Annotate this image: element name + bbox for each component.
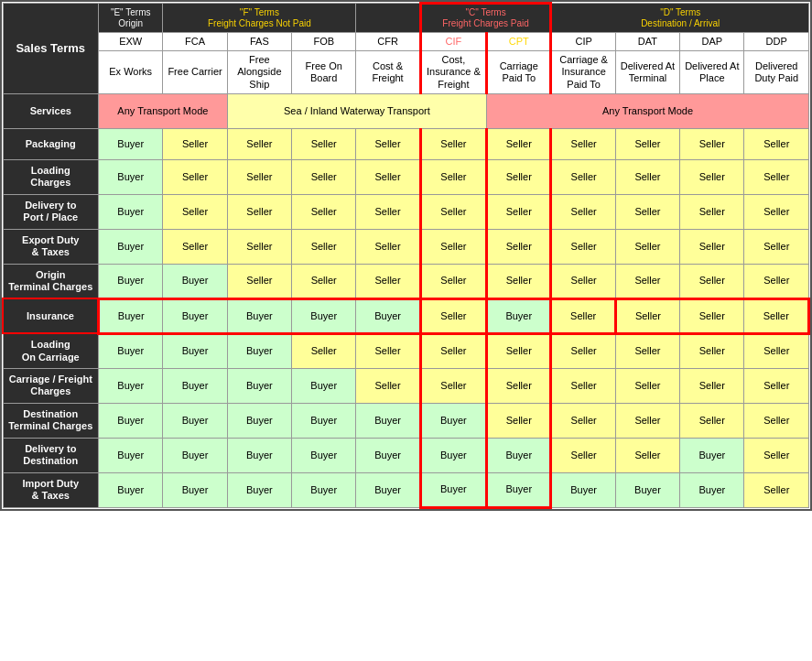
ed-cfr: Seller (356, 229, 420, 264)
packaging-row: Packaging Buyer Seller Seller Seller Sel… (3, 128, 809, 159)
sales-terms-header: Sales Terms (3, 4, 99, 94)
dt-fob: Buyer (292, 403, 356, 438)
lc-dap: Seller (680, 159, 744, 194)
dp-cif: Seller (420, 194, 486, 229)
label-insurance: Insurance (3, 298, 99, 333)
header-desc-row: Ex Works Free Carrier Free Alongside Shi… (3, 51, 809, 94)
ed-cif: Seller (420, 229, 486, 264)
loc-fca: Buyer (163, 333, 227, 368)
ot-fas: Seller (227, 264, 291, 298)
label-delivery-dest: Delivery toDestination (3, 438, 99, 472)
desc-ddp: Delivered Duty Paid (744, 51, 809, 94)
ot-dap: Seller (680, 264, 744, 298)
dp-fob: Seller (292, 194, 356, 229)
services-row: Services Any Transport Mode Sea / Inland… (3, 93, 809, 128)
e-terms-header: "E" TermsOrigin (99, 4, 163, 33)
id-exw: Buyer (99, 472, 163, 507)
id-fob: Buyer (292, 472, 356, 507)
dt-cfr: Buyer (356, 403, 420, 438)
lc-cpt: Seller (487, 159, 551, 194)
code-fob: FOB (292, 33, 356, 51)
label-loading-charges: LoadingCharges (3, 159, 99, 194)
ed-exw: Buyer (99, 229, 163, 264)
label-services: Services (3, 93, 99, 128)
dt-fas: Buyer (227, 403, 291, 438)
ed-dap: Seller (680, 229, 744, 264)
dd-cip: Seller (551, 438, 615, 472)
desc-exw: Ex Works (99, 51, 163, 94)
services-any-2: Any Transport Mode (487, 93, 809, 128)
label-export-duty: Export Duty& Taxes (3, 229, 99, 264)
ins-dap: Seller (680, 298, 744, 333)
ot-ddp: Seller (744, 264, 809, 298)
ins-fob: Buyer (292, 298, 356, 333)
code-exw: EXW (99, 33, 163, 51)
pkg-fca: Seller (163, 128, 227, 159)
label-packaging: Packaging (3, 128, 99, 159)
loc-cfr: Seller (356, 333, 420, 368)
loc-dat: Seller (615, 333, 679, 368)
dt-dap: Seller (680, 403, 744, 438)
ed-dat: Seller (615, 229, 679, 264)
label-import-duty: Import Duty& Taxes (3, 472, 99, 507)
desc-dat: Delivered At Terminal (615, 51, 679, 94)
dd-dap: Buyer (680, 438, 744, 472)
dt-dat: Seller (615, 403, 679, 438)
ot-cif: Seller (420, 264, 486, 298)
export-duty-row: Export Duty& Taxes Buyer Seller Seller S… (3, 229, 809, 264)
dd-fca: Buyer (163, 438, 227, 472)
fc-dat: Seller (615, 368, 679, 403)
desc-cif: Cost, Insurance & Freight (420, 51, 486, 94)
id-cfr: Buyer (356, 472, 420, 507)
id-cip: Buyer (551, 472, 615, 507)
ot-cpt: Seller (487, 264, 551, 298)
loc-cip: Seller (551, 333, 615, 368)
ot-dat: Seller (615, 264, 679, 298)
dest-terminal-row: DestinationTerminal Charges Buyer Buyer … (3, 403, 809, 438)
desc-fob: Free On Board (292, 51, 356, 94)
ed-fob: Seller (292, 229, 356, 264)
lc-cfr: Seller (356, 159, 420, 194)
loc-fas: Buyer (227, 333, 291, 368)
id-cpt: Buyer (487, 472, 551, 507)
header-group-row: Sales Terms "E" TermsOrigin "F" TermsFre… (3, 4, 809, 33)
id-fca: Buyer (163, 472, 227, 507)
dd-dat: Seller (615, 438, 679, 472)
fc-fas: Buyer (227, 368, 291, 403)
dp-dat: Seller (615, 194, 679, 229)
loc-cif: Seller (420, 333, 486, 368)
ot-exw: Buyer (99, 264, 163, 298)
code-fca: FCA (163, 33, 227, 51)
dt-exw: Buyer (99, 403, 163, 438)
id-fas: Buyer (227, 472, 291, 507)
ed-fas: Seller (227, 229, 291, 264)
pkg-ddp: Seller (744, 128, 809, 159)
d-terms-header: "D" TermsDestination / Arrival (551, 4, 809, 33)
ed-ddp: Seller (744, 229, 809, 264)
desc-cfr: Cost & Freight (356, 51, 420, 94)
code-cfr: CFR (356, 33, 420, 51)
fc-fob: Buyer (292, 368, 356, 403)
ins-fas: Buyer (227, 298, 291, 333)
dd-fob: Buyer (292, 438, 356, 472)
pkg-exw: Buyer (99, 128, 163, 159)
dt-cif: Buyer (420, 403, 486, 438)
pkg-fas: Seller (227, 128, 291, 159)
pkg-cip: Seller (551, 128, 615, 159)
fc-dap: Seller (680, 368, 744, 403)
insurance-row: Insurance Buyer Buyer Buyer Buyer Buyer … (3, 298, 809, 333)
origin-terminal-row: OriginTerminal Charges Buyer Buyer Selle… (3, 264, 809, 298)
loc-cpt: Seller (487, 333, 551, 368)
ed-cip: Seller (551, 229, 615, 264)
ed-fca: Seller (163, 229, 227, 264)
fc-cif: Seller (420, 368, 486, 403)
dp-exw: Buyer (99, 194, 163, 229)
label-dest-terminal: DestinationTerminal Charges (3, 403, 99, 438)
dd-ddp: Seller (744, 438, 809, 472)
id-cif: Buyer (420, 472, 486, 507)
fc-cpt: Seller (487, 368, 551, 403)
header-codes-row: EXW FCA FAS FOB CFR CIF CPT CIP DAT DAP … (3, 33, 809, 51)
freight-charges-row: Carriage / FreightCharges Buyer Buyer Bu… (3, 368, 809, 403)
cfr-group-header (356, 4, 420, 33)
lc-fob: Seller (292, 159, 356, 194)
